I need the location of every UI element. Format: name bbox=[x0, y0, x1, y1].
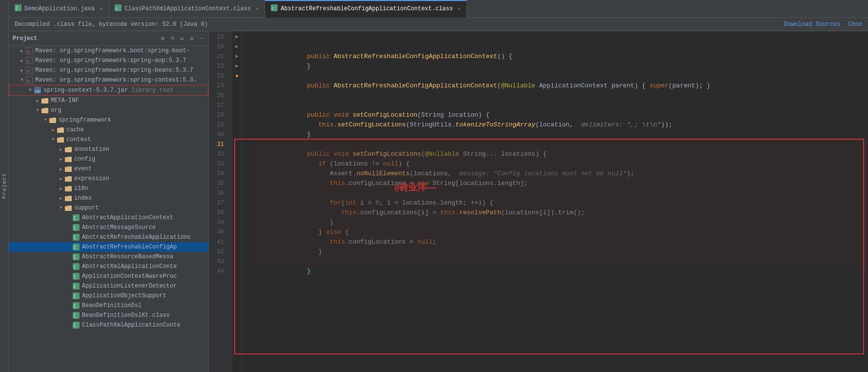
org-label: org bbox=[51, 107, 208, 114]
code-line-42 bbox=[250, 247, 868, 257]
tree-meta-inf[interactable]: ▶ META-INF bbox=[9, 96, 208, 105]
app-obj-support-label: ApplicationObjectSupport bbox=[82, 292, 208, 299]
folder-context-icon bbox=[57, 136, 64, 144]
toolbar-btn-5[interactable]: — bbox=[199, 35, 204, 42]
arrow-index: ▶ bbox=[58, 196, 64, 201]
i18n-label: i18n bbox=[74, 185, 208, 192]
code-content[interactable]: public AbstractRefreshableConfigApplicat… bbox=[242, 31, 868, 372]
index-label: index bbox=[74, 195, 208, 202]
tree-abstract-app-ctx[interactable]: C AbstractApplicationContext bbox=[9, 213, 208, 223]
folder-config-icon bbox=[64, 155, 72, 163]
tab-bar: J DemoApplication.java ✕ C ClassPathXmlA… bbox=[9, 0, 868, 18]
tree-event[interactable]: ▶ event bbox=[9, 164, 208, 174]
tree-springframework[interactable]: ▼ springframework bbox=[9, 115, 208, 125]
tree-abstract-msg-src[interactable]: C AbstractMessageSource bbox=[9, 223, 208, 232]
tab-demo-application[interactable]: J DemoApplication.java ✕ bbox=[9, 0, 109, 18]
toolbar-btn-1[interactable]: ⊕ bbox=[160, 35, 166, 42]
maven4-label: Maven: org.springframework:spring-contex… bbox=[35, 77, 208, 83]
folder-support-icon bbox=[64, 204, 72, 212]
class-file-icon-3: C bbox=[271, 4, 278, 13]
tree-annotation[interactable]: ▶ annotation bbox=[9, 145, 208, 154]
tree-abstract-resource-msg[interactable]: C AbstractResourceBasedMessa bbox=[9, 252, 208, 262]
tree-bean-def-dsl[interactable]: C BeanDefinitionDsl bbox=[9, 301, 208, 310]
class-icon-3: C bbox=[72, 233, 80, 241]
tree-maven3[interactable]: ▶ m Maven: org.springframework:spring-be… bbox=[9, 65, 208, 75]
svg-text:C: C bbox=[74, 226, 76, 230]
code-line-19 bbox=[250, 32, 868, 42]
code-line-29: } bbox=[250, 120, 868, 130]
tree-context[interactable]: ▼ context bbox=[9, 135, 208, 145]
code-line-44 bbox=[250, 267, 868, 276]
folder-event-icon bbox=[64, 165, 72, 173]
toolbar-btn-2[interactable]: ≡ bbox=[170, 35, 176, 42]
tree-org[interactable]: ▼ org bbox=[9, 105, 208, 115]
tab-abstract-label: AbstractRefreshableConfigApplicationCont… bbox=[281, 5, 453, 12]
java-file-icon: J bbox=[15, 4, 21, 13]
project-sidebar-tab[interactable]: Project bbox=[0, 0, 9, 372]
code-line-35 bbox=[250, 179, 868, 188]
tree-abstract-xml-app[interactable]: C AbstractXmlApplicationConte bbox=[9, 262, 208, 271]
project-title: Project bbox=[13, 35, 37, 42]
tree-classpathxml-app[interactable]: C ClassPathXmlApplicationConte bbox=[9, 320, 208, 330]
tab-abstract-close[interactable]: ✕ bbox=[458, 6, 461, 12]
svg-text:m: m bbox=[27, 69, 30, 73]
tree-jar1[interactable]: ▼ jar spring-context-5.3.7.jar library r… bbox=[9, 85, 208, 96]
code-line-37: this.configLocations[i] = this.resolvePa… bbox=[250, 198, 868, 208]
toolbar-btn-3[interactable]: ⇌ bbox=[180, 35, 185, 42]
class-icon-4: C bbox=[72, 243, 80, 251]
tree-expression[interactable]: ▶ expression bbox=[9, 174, 208, 184]
download-sources-link[interactable]: Download Sources bbox=[784, 21, 840, 28]
svg-text:m: m bbox=[27, 49, 30, 54]
svg-text:m: m bbox=[27, 79, 30, 83]
tree-app-ctx-aware[interactable]: C ApplicationContextAwareProc bbox=[9, 271, 208, 281]
svg-text:C: C bbox=[74, 216, 76, 221]
arrow-jar1: ▼ bbox=[27, 88, 34, 93]
arrow-maven1: ▶ bbox=[19, 48, 25, 54]
svg-text:C: C bbox=[74, 324, 76, 328]
class-icon-6: C bbox=[72, 263, 80, 270]
class-icon-1: C bbox=[72, 214, 80, 222]
class-icon-7: C bbox=[72, 272, 80, 280]
tree-app-listener[interactable]: C ApplicationListenerDetector bbox=[9, 281, 208, 291]
tree-config[interactable]: ▶ config bbox=[9, 154, 208, 164]
support-label: support bbox=[74, 205, 208, 211]
jar-icon: jar bbox=[34, 86, 41, 94]
tab-classpathxml[interactable]: C ClassPathXmlApplicationContext.class ✕ bbox=[109, 0, 265, 18]
toolbar-btn-4[interactable]: ⚙ bbox=[189, 35, 195, 42]
tree-maven4[interactable]: ▼ m Maven: org.springframework:spring-co… bbox=[9, 75, 208, 85]
tree-abstract-refreshable-app[interactable]: C AbstractRefreshableApplicationc bbox=[9, 232, 208, 242]
abstract-resource-msg-label: AbstractResourceBasedMessa bbox=[82, 253, 208, 260]
tree-i18n[interactable]: ▶ i18n bbox=[9, 184, 208, 193]
jar1-label: spring-context-5.3.7.jar library root bbox=[43, 87, 208, 94]
tree-cache[interactable]: ▶ cache bbox=[9, 125, 208, 135]
svg-text:C: C bbox=[74, 314, 76, 318]
tab-abstract[interactable]: C AbstractRefreshableConfigApplicationCo… bbox=[265, 0, 467, 18]
classpathxml-app-label: ClassPathXmlApplicationConte bbox=[82, 322, 208, 329]
arrow-i18n: ▶ bbox=[58, 186, 64, 191]
code-line-38: } bbox=[250, 208, 868, 218]
code-line-36: for(int i = 0; i < locations.length; ++i… bbox=[250, 188, 868, 198]
choose-link[interactable]: Choo bbox=[848, 21, 862, 28]
tree-maven1[interactable]: ▶ m Maven: org.springframework.boot:spri… bbox=[9, 46, 208, 56]
tree-maven2[interactable]: ▶ m Maven: org.springframework:spring-ao… bbox=[9, 56, 208, 65]
tree-support[interactable]: ▼ support bbox=[9, 203, 208, 213]
svg-text:C: C bbox=[272, 7, 274, 11]
code-area[interactable]: 19 20 21 22 23 24 26 27 28 29 30 31 32 3… bbox=[209, 31, 868, 372]
maven-icon-1: m bbox=[25, 47, 33, 55]
tab-demo-label: DemoApplication.java bbox=[24, 5, 95, 12]
code-line-23: public AbstractRefreshableConfigApplicat… bbox=[250, 71, 868, 81]
svg-text:C: C bbox=[74, 304, 76, 309]
project-header: Project ⊕ ≡ ⇌ ⚙ — bbox=[9, 31, 208, 46]
maven-icon-3: m bbox=[25, 66, 33, 74]
tab-classpathxml-close[interactable]: ✕ bbox=[256, 6, 259, 12]
arrow-support: ▼ bbox=[58, 206, 64, 210]
tab-demo-close[interactable]: ✕ bbox=[100, 6, 102, 12]
tree-index[interactable]: ▶ index bbox=[9, 193, 208, 203]
tree-bean-def-dslkt[interactable]: C BeanDefinitionDslKt.class bbox=[9, 310, 208, 320]
event-label: event bbox=[74, 165, 208, 172]
tree-abstract-refreshable-config[interactable]: C AbstractRefreshableConfigAp bbox=[9, 242, 208, 252]
abstract-msg-src-label: AbstractMessageSource bbox=[82, 224, 208, 231]
svg-text:C: C bbox=[116, 7, 118, 11]
tree-app-obj-support[interactable]: C ApplicationObjectSupport bbox=[9, 291, 208, 301]
arrow-expression: ▶ bbox=[58, 176, 64, 182]
